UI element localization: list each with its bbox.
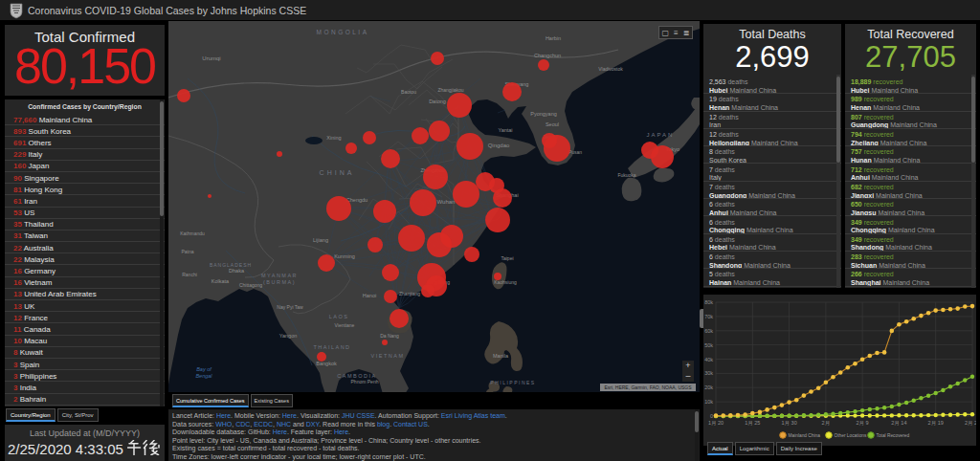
svg-text:Qingdao: Qingdao: [488, 143, 510, 148]
svg-text:Chittagong: Chittagong: [239, 282, 262, 288]
svg-text:2月 14: 2月 14: [891, 420, 906, 427]
svg-text:1月 25: 1月 25: [745, 420, 760, 427]
svg-text:Pusan: Pusan: [568, 149, 582, 155]
svg-text:50k: 50k: [704, 342, 713, 348]
svg-text:MYANMAR: MYANMAR: [261, 273, 298, 278]
svg-text:CHINA: CHINA: [320, 169, 355, 176]
svg-text:20k: 20k: [704, 384, 713, 390]
svg-text:Bay of: Bay of: [196, 366, 212, 372]
svg-text:Xining: Xining: [326, 135, 341, 141]
svg-text:Yangon: Yangon: [279, 333, 298, 339]
svg-text:Seoul: Seoul: [546, 121, 559, 127]
svg-text:80k: 80k: [704, 299, 713, 305]
svg-text:Datong: Datong: [429, 99, 446, 104]
svg-text:Total Recovered: Total Recovered: [877, 433, 910, 438]
svg-text:Harbin: Harbin: [546, 35, 561, 41]
svg-text:Vladivostok: Vladivostok: [598, 66, 623, 72]
svg-text:Urumqi: Urumqi: [202, 55, 220, 61]
svg-text:Taipei: Taipei: [501, 255, 513, 261]
svg-text:1月 20: 1月 20: [708, 420, 724, 427]
svg-text:Da Nang: Da Nang: [380, 333, 399, 339]
svg-text:30k: 30k: [704, 370, 713, 376]
svg-text:Nay Pyi Taw: Nay Pyi Taw: [277, 304, 303, 310]
svg-text:Bengal: Bengal: [195, 373, 212, 379]
svg-text:70k: 70k: [704, 314, 713, 319]
svg-text:Ranchi: Ranchi: [182, 272, 197, 277]
svg-text:1月 30: 1月 30: [781, 420, 796, 427]
svg-text:LAOS: LAOS: [329, 314, 349, 319]
svg-text:Other Locations: Other Locations: [835, 433, 867, 438]
svg-text:Dhaka: Dhaka: [229, 268, 245, 274]
svg-text:Wuhan: Wuhan: [437, 199, 456, 205]
svg-text:10k: 10k: [704, 399, 713, 405]
svg-text:2月: 2月: [822, 420, 831, 427]
svg-text:Chengdu: Chengdu: [346, 197, 368, 203]
svg-text:60k: 60k: [704, 328, 713, 334]
svg-text:Vientiane: Vientiane: [335, 322, 355, 328]
svg-text:2月 19: 2月 19: [928, 420, 944, 427]
svg-text:(BURMA): (BURMA): [263, 279, 296, 285]
svg-text:Manila: Manila: [493, 353, 509, 359]
svg-text:40k: 40k: [704, 357, 713, 362]
svg-text:Baotou: Baotou: [401, 89, 416, 95]
svg-text:Hanoi: Hanoi: [363, 293, 376, 298]
svg-text:Fukuoka: Fukuoka: [617, 172, 635, 178]
svg-text:Pyongyang: Pyongyang: [530, 111, 557, 117]
svg-text:0: 0: [710, 413, 713, 419]
svg-text:2月 9: 2月 9: [857, 420, 869, 427]
svg-text:Mainland China: Mainland China: [789, 433, 821, 438]
svg-text:VIETNAM: VIETNAM: [371, 353, 405, 359]
svg-text:Lijiang: Lijiang: [313, 237, 328, 243]
svg-text:JAPAN: JAPAN: [647, 132, 675, 138]
svg-text:Kunming: Kunming: [334, 253, 355, 259]
svg-text:Phnom Penh: Phnom Penh: [351, 379, 379, 384]
svg-text:Bangkok: Bangkok: [316, 361, 337, 366]
svg-text:Yantai: Yantai: [498, 127, 512, 133]
svg-text:Patna: Patna: [181, 249, 193, 254]
svg-text:THAILAND: THAILAND: [313, 344, 350, 350]
svg-text:MONGOLIA: MONGOLIA: [316, 29, 368, 35]
svg-text:Zhanjiang: Zhanjiang: [399, 291, 420, 296]
svg-text:Kolkata: Kolkata: [212, 278, 230, 284]
svg-text:Kathmandu: Kathmandu: [180, 230, 205, 236]
svg-text:2月 24: 2月 24: [965, 420, 976, 427]
svg-text:Zhangjiakou: Zhangjiakou: [437, 87, 463, 93]
svg-text:PHILIPPINES: PHILIPPINES: [490, 380, 535, 385]
svg-text:Changchun: Changchun: [534, 53, 561, 58]
